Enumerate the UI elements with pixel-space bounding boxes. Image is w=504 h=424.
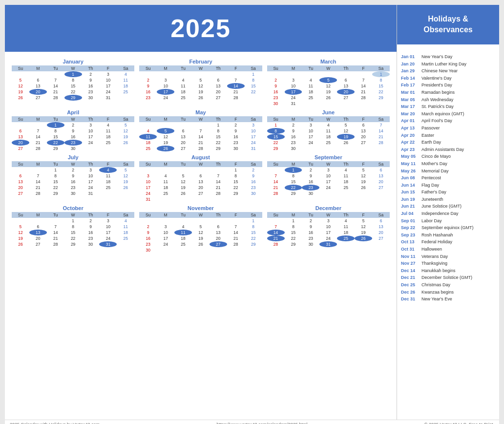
calendar-day [174, 122, 192, 128]
calendar-day: 10 [99, 77, 117, 83]
calendar-day: 20 [372, 230, 390, 235]
calendar-day: 27 [210, 241, 227, 247]
holidays-sidebar: Jan 01New Year's DayJan 20Martin Luther … [397, 52, 499, 420]
calendar-day: 23 [82, 89, 100, 95]
day-header-F: F [355, 212, 372, 218]
calendar-day: 2 [285, 122, 302, 128]
calendar-day: 11 [337, 173, 355, 179]
calendar-day: 2 [267, 77, 285, 83]
day-header-Th: Th [82, 161, 100, 167]
calendar-day: 19 [192, 235, 210, 241]
calendar-day: 13 [29, 83, 47, 89]
month-title-august: August [139, 154, 262, 160]
holiday-date: Jan 20 [401, 61, 420, 67]
day-header-Sa: Sa [372, 65, 390, 71]
holiday-item: Dec 26Kwanzaa begins [401, 289, 495, 296]
calendar-day [139, 218, 157, 224]
calendar-day: 19 [117, 179, 134, 185]
calendar-day: 19 [174, 185, 192, 191]
calendar-day [12, 71, 29, 77]
calendar-day: 6 [12, 128, 29, 134]
calendar-day: 20 [355, 134, 372, 140]
day-header-Th: Th [337, 212, 355, 218]
calendar-day: 4 [174, 224, 192, 230]
calendar-day: 25 [139, 146, 157, 151]
holiday-date: Nov 27 [401, 260, 420, 267]
day-header-Th: Th [210, 161, 227, 167]
calendar-day: 1 [245, 218, 262, 224]
calendar-day [337, 146, 355, 151]
calendar-day: 24 [245, 140, 262, 146]
calendar-day: 22 [47, 185, 64, 191]
calendar-day: 8 [245, 77, 262, 83]
day-header-M: M [29, 212, 47, 218]
month-title-january: January [12, 59, 134, 64]
calendar-day: 8 [285, 224, 302, 230]
calendar-day: 21 [210, 185, 227, 191]
calendar-day: 24 [319, 235, 337, 241]
calendar-day: 1 [285, 218, 302, 224]
top-row: 2025 Holidays &Observances [5, 5, 499, 52]
calendar-day: 14 [267, 230, 285, 235]
day-header-W: W [319, 116, 337, 122]
holiday-item: Jun 21June Solstice (GMT) [401, 203, 495, 210]
calendar-day: 7 [372, 122, 390, 128]
calendar-day: 6 [29, 224, 47, 230]
calendar-day: 30 [285, 146, 302, 151]
holiday-item: Jun 14Flag Day [401, 182, 495, 189]
month-table-august: SuMTuWThFSa12345678910111213141516171819… [139, 161, 262, 202]
calendar-day: 18 [117, 230, 134, 235]
day-header-W: W [192, 116, 210, 122]
calendar-day: 26 [337, 140, 355, 146]
calendar-day [12, 167, 29, 173]
calendar-day: 28 [267, 241, 285, 247]
calendar-day: 29 [267, 146, 285, 151]
calendar-day: 9 [245, 173, 262, 179]
calendar-day: 19 [355, 230, 372, 235]
calendar-day: 1 [285, 167, 302, 173]
calendar-day: 3 [319, 218, 337, 224]
holiday-date: Nov 11 [401, 254, 420, 260]
month-title-november: November [139, 205, 262, 211]
calendar-day: 10 [82, 128, 100, 134]
footer-left: 2025 Calendar with Holidays by Vertex42.… [10, 422, 100, 424]
calendar-day: 4 [157, 173, 174, 179]
day-header-W: W [319, 65, 337, 71]
calendar-day: 17 [139, 185, 157, 191]
calendar-day: 24 [139, 191, 157, 196]
calendar-day: 27 [12, 146, 29, 151]
calendar-day [117, 191, 134, 196]
calendar-day: 11 [117, 77, 134, 83]
calendar-day: 24 [82, 185, 100, 191]
holiday-date: Apr 23 [401, 147, 420, 153]
calendar-day: 10 [99, 224, 117, 230]
calendar-day: 14 [29, 134, 47, 140]
calendar-day: 26 [12, 241, 29, 247]
calendar-day: 15 [210, 134, 227, 140]
holiday-name: March equinox (GMT) [421, 111, 464, 117]
calendar-day [245, 95, 262, 101]
holiday-date: Sep 01 [401, 218, 420, 224]
day-header-Su: Su [267, 65, 285, 71]
calendar-day: 3 [99, 218, 117, 224]
calendar-day: 26 [117, 140, 134, 146]
holiday-date: Apr 20 [401, 132, 420, 139]
calendar-day [174, 71, 192, 77]
day-header-Tu: Tu [47, 116, 64, 122]
day-header-Su: Su [139, 212, 157, 218]
calendar-day [117, 95, 134, 101]
calendar-day: 23 [302, 185, 319, 191]
month-block-june: JuneSuMTuWThFSa1234567891011121314151617… [267, 109, 390, 151]
calendar-day: 3 [285, 77, 302, 83]
calendar-day: 11 [139, 134, 157, 140]
calendar-day: 7 [227, 224, 245, 230]
day-header-F: F [227, 212, 245, 218]
month-block-march: MarchSuMTuWThFSa123456789101112131415161… [267, 59, 390, 106]
day-header-Sa: Sa [245, 161, 262, 167]
calendar-day: 21 [372, 134, 390, 140]
calendar-day: 26 [355, 235, 372, 241]
calendar-day: 21 [227, 89, 245, 95]
holiday-item: Jan 01New Year's Day [401, 54, 495, 60]
calendar-day: 11 [319, 128, 337, 134]
day-header-Sa: Sa [117, 116, 134, 122]
